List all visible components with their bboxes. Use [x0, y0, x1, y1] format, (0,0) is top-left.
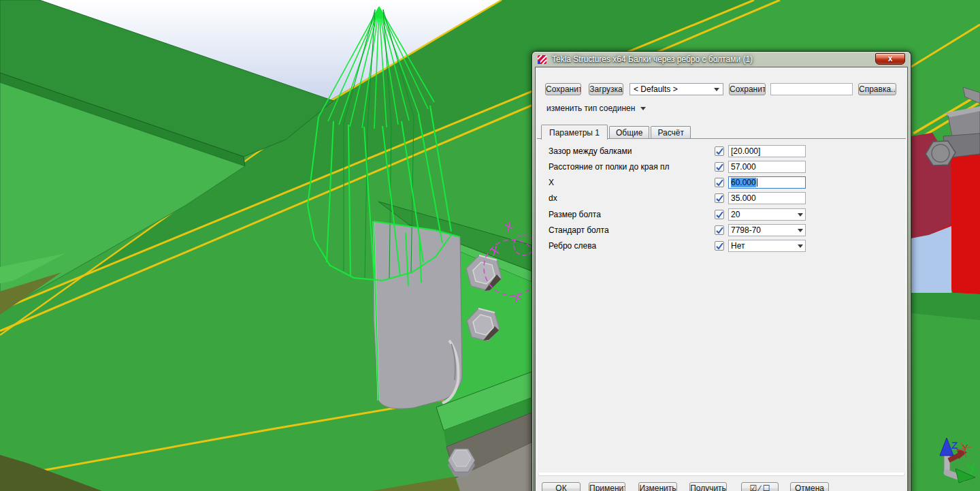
toggle-checkboxes-button[interactable]: ☑ ∕ ☐	[741, 482, 779, 491]
param-row-bolt-standard: Стандарт болта 7798-70	[537, 224, 906, 237]
chevron-down-icon	[798, 213, 803, 217]
param-checkbox[interactable]	[715, 241, 724, 251]
param-checkbox[interactable]	[715, 146, 724, 156]
tab-page-parameters: Зазор между балками [20.000] Расстояние …	[537, 138, 906, 476]
save-button[interactable]: Сохранить	[545, 83, 581, 95]
chevron-down-icon	[798, 244, 803, 248]
param-label: X	[549, 178, 554, 187]
param-input[interactable]: 57.000	[728, 161, 806, 173]
param-label: Расстояние от полки до края пл	[549, 162, 670, 172]
get-button[interactable]: Получить	[689, 482, 727, 491]
param-checkbox[interactable]	[715, 210, 724, 219]
dialog-window: Tekla Structures x64 Балки через ребро с…	[532, 51, 911, 491]
param-checkbox[interactable]	[715, 178, 724, 187]
param-label: Зазор между балками	[549, 146, 632, 156]
connection-type-combobox[interactable]: изменить тип соединен	[546, 104, 646, 113]
ok-button[interactable]: ОК	[542, 482, 581, 491]
footer-groove	[538, 473, 905, 476]
tab-parameters-1[interactable]: Параметры 1	[541, 125, 608, 140]
connection-type-value: изменить тип соединен	[546, 104, 635, 113]
param-label: dx	[549, 193, 557, 203]
param-checkbox[interactable]	[715, 193, 724, 203]
param-input-focused[interactable]: 60.000	[728, 176, 806, 189]
axis-z-label: Z	[951, 439, 958, 451]
stiffener-plate[interactable]	[374, 221, 462, 409]
param-row-bolt-size: Размер болта 20	[537, 208, 906, 221]
param-input[interactable]: [20.000]	[728, 145, 806, 157]
param-row-rib-left: Ребро слева Нет	[537, 240, 906, 253]
param-input[interactable]: 35.000	[728, 192, 806, 204]
settings-profile-value: < Defaults >	[634, 84, 678, 94]
help-button[interactable]: Справка...	[858, 83, 896, 95]
param-label: Размер болта	[549, 210, 601, 219]
save-as-input[interactable]	[770, 83, 853, 95]
save-as-button[interactable]: Сохранить как	[729, 83, 766, 95]
param-row-dx: dx 35.000	[537, 192, 906, 205]
close-button[interactable]: x	[875, 53, 905, 65]
param-row-gap: Зазор между балками [20.000]	[537, 145, 906, 158]
param-label: Стандарт болта	[549, 225, 609, 235]
titlebar[interactable]: Tekla Structures x64 Балки через ребро с…	[532, 52, 911, 67]
chevron-down-icon	[714, 88, 719, 91]
chevron-down-icon	[798, 229, 803, 232]
tekla-logo-icon	[538, 54, 548, 65]
param-select[interactable]: 20	[728, 208, 806, 221]
tab-general[interactable]: Общие	[609, 126, 649, 139]
param-label: Ребро слева	[549, 241, 596, 251]
param-select[interactable]: Нет	[728, 240, 806, 252]
screen: Z Y Tekla Structures x64 Балки через реб…	[0, 0, 980, 491]
tab-strip: Параметры 1 Общие Расчёт	[541, 125, 692, 139]
param-row-flange-dist: Расстояние от полки до края пл 57.000	[537, 161, 906, 174]
param-checkbox[interactable]	[715, 225, 724, 235]
load-button[interactable]: Загрузка	[589, 83, 623, 95]
param-select[interactable]: 7798-70	[728, 224, 806, 236]
chevron-down-icon	[640, 107, 646, 110]
apply-button[interactable]: Применить	[589, 482, 625, 491]
param-checkbox[interactable]	[715, 162, 724, 172]
window-title: Tekla Structures x64 Балки через ребро с…	[552, 54, 753, 64]
param-row-x: X 60.000	[537, 176, 906, 189]
settings-profile-combobox[interactable]: < Defaults >	[630, 83, 723, 95]
dialog-client: Сохранить Загрузка < Defaults > Сохранит…	[535, 67, 908, 491]
tab-analysis[interactable]: Расчёт	[651, 126, 691, 139]
cancel-button[interactable]: Отмена	[790, 482, 829, 491]
modify-button[interactable]: Изменить	[638, 482, 677, 491]
